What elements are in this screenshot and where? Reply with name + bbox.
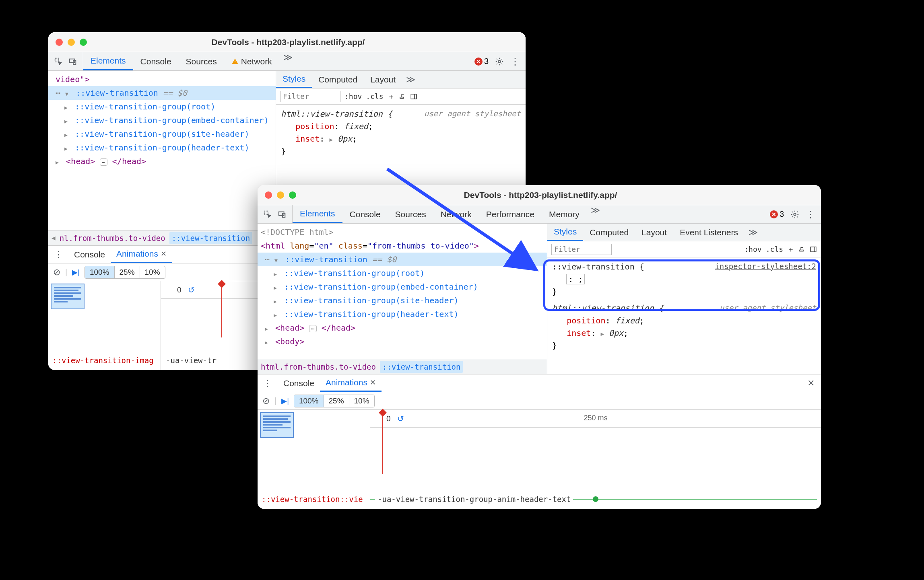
timeline-keyframe[interactable]: [593, 496, 598, 502]
rule-selector[interactable]: html::view-transition {: [552, 303, 664, 313]
track-element[interactable]: ::view-transition-imag: [48, 351, 161, 370]
tab-sources[interactable]: Sources: [179, 52, 224, 70]
dom-row[interactable]: video">: [48, 72, 276, 86]
tab-styles[interactable]: Styles: [276, 71, 312, 88]
animation-thumb[interactable]: [51, 284, 85, 309]
dom-row[interactable]: <!DOCTYPE html>: [258, 225, 547, 239]
tab-elements[interactable]: Elements: [293, 205, 342, 223]
tab-console[interactable]: Console: [133, 52, 179, 70]
sidebar-more-icon[interactable]: ≫: [402, 74, 419, 85]
drawer-tab-animations[interactable]: Animations✕: [320, 374, 382, 392]
drawer-tab-animations[interactable]: Animations✕: [111, 246, 172, 263]
brush-icon[interactable]: [798, 246, 806, 253]
device-toggle-icon[interactable]: [278, 210, 287, 219]
rule-selector[interactable]: ::view-transition {: [552, 262, 644, 271]
plus-icon[interactable]: ＋: [388, 92, 395, 101]
tab-computed[interactable]: Computed: [312, 71, 364, 88]
new-rule-block[interactable]: inspector-stylesheet:2 ::view-transition…: [552, 261, 816, 298]
dom-row[interactable]: <body>: [258, 335, 547, 348]
dom-row[interactable]: ::view-transition-group(root): [258, 266, 547, 280]
filter-input[interactable]: [280, 91, 340, 102]
tab-elements[interactable]: Elements: [83, 52, 133, 70]
speed-100[interactable]: 100%: [294, 395, 324, 407]
replay-icon[interactable]: ↺: [188, 285, 195, 295]
dom-row-selected[interactable]: ⋯ ::view-transition == $0: [258, 253, 547, 266]
drawer-tab-console[interactable]: Console: [68, 246, 111, 263]
speed-25[interactable]: 25%: [324, 395, 349, 407]
tab-computed[interactable]: Computed: [583, 224, 635, 241]
rule-source[interactable]: user agent stylesheet: [720, 302, 816, 314]
brush-icon[interactable]: [399, 93, 406, 100]
tab-memory[interactable]: Memory: [542, 205, 587, 223]
animation-groups[interactable]: [48, 281, 161, 351]
tab-network[interactable]: Network: [224, 52, 279, 70]
drawer-tab-console[interactable]: Console: [278, 374, 320, 392]
play-icon[interactable]: ▶|: [72, 268, 80, 277]
drawer-close-icon[interactable]: ✕: [801, 378, 821, 389]
clear-icon[interactable]: ⊘: [262, 396, 270, 406]
tab-network[interactable]: Network: [433, 205, 479, 223]
dom-row[interactable]: ::view-transition-group(site-header): [258, 294, 547, 307]
speed-10[interactable]: 10%: [349, 395, 374, 407]
dom-row-selected[interactable]: ⋯ ::view-transition == $0: [48, 86, 276, 100]
track-element[interactable]: ::view-transition::vie: [258, 490, 370, 508]
playhead[interactable]: [221, 281, 222, 337]
sidebar-more-icon[interactable]: ≫: [745, 227, 762, 238]
gear-icon[interactable]: [495, 57, 504, 66]
gear-icon[interactable]: [790, 210, 799, 219]
styles-pane[interactable]: inspector-stylesheet:2 ::view-transition…: [547, 257, 821, 374]
dom-row[interactable]: ::view-transition-group(embed-container): [258, 280, 547, 294]
play-icon[interactable]: ▶|: [281, 397, 289, 405]
rule-selector[interactable]: html::view-transition {: [281, 109, 392, 119]
error-count[interactable]: ✕ 3: [474, 57, 489, 66]
tab-performance[interactable]: Performance: [479, 205, 542, 223]
close-icon[interactable]: [56, 39, 63, 46]
speed-25[interactable]: 25%: [115, 266, 140, 278]
drawer-menu-icon[interactable]: ⋮: [48, 249, 68, 260]
breadcrumb-item-active[interactable]: ::view-transition: [169, 232, 252, 244]
error-count[interactable]: ✕ 3: [770, 210, 784, 219]
tabs-more-icon[interactable]: ≫: [587, 205, 604, 223]
hov-button[interactable]: :hov: [344, 92, 362, 101]
animation-thumb[interactable]: [260, 412, 294, 438]
drawer-menu-icon[interactable]: ⋮: [258, 378, 278, 389]
tab-event-listeners[interactable]: Event Listeners: [673, 224, 745, 241]
breadcrumb[interactable]: html.from-thumbs.to-video ::view-transit…: [258, 359, 547, 374]
inspect-icon[interactable]: [263, 210, 272, 219]
tab-sources[interactable]: Sources: [388, 205, 433, 223]
cls-button[interactable]: .cls: [766, 245, 783, 253]
dom-row[interactable]: <head> ⋯ </head>: [48, 154, 276, 168]
dom-tree[interactable]: <!DOCTYPE html> <html lang="en" class="f…: [258, 224, 547, 359]
animation-groups[interactable]: [258, 410, 370, 490]
close-icon[interactable]: [265, 191, 272, 199]
panel-toggle-icon[interactable]: [410, 93, 417, 100]
animation-track-row[interactable]: ::view-transition::vie -ua-view-transiti…: [258, 490, 821, 509]
breadcrumb[interactable]: ◀ nl.from-thumbs.to-video ::view-transit…: [48, 230, 276, 245]
filter-input[interactable]: [551, 244, 612, 255]
hov-button[interactable]: :hov: [744, 245, 761, 253]
dom-row[interactable]: ::view-transition-group(site-header): [48, 127, 276, 141]
kebab-menu-icon[interactable]: ⋮: [510, 56, 520, 67]
speed-100[interactable]: 100%: [85, 266, 115, 278]
playhead[interactable]: [382, 410, 383, 474]
speed-10[interactable]: 10%: [140, 266, 165, 278]
cls-button[interactable]: .cls: [366, 92, 383, 101]
breadcrumb-item[interactable]: nl.from-thumbs.to-video: [60, 234, 165, 243]
zoom-icon[interactable]: [80, 39, 87, 46]
tab-layout[interactable]: Layout: [635, 224, 673, 241]
tab-styles[interactable]: Styles: [547, 224, 583, 241]
chevron-left-icon[interactable]: ◀: [52, 234, 56, 242]
dom-row[interactable]: ::view-transition-group(header-text): [48, 141, 276, 154]
tabs-more-icon[interactable]: ≫: [279, 52, 297, 70]
replay-icon[interactable]: ↺: [397, 414, 404, 424]
dom-tree[interactable]: video"> ⋯ ::view-transition == $0 ::view…: [48, 71, 276, 230]
panel-toggle-icon[interactable]: [810, 246, 817, 253]
rule-source-link[interactable]: inspector-stylesheet:2: [715, 261, 816, 272]
zoom-icon[interactable]: [289, 191, 296, 199]
dom-row[interactable]: ::view-transition-group(embed-container): [48, 113, 276, 127]
minimize-icon[interactable]: [277, 191, 284, 199]
dom-row[interactable]: ::view-transition-group(root): [48, 100, 276, 113]
rule-source[interactable]: user agent stylesheet: [424, 108, 521, 119]
plus-icon[interactable]: ＋: [787, 245, 794, 254]
tab-console[interactable]: Console: [342, 205, 388, 223]
